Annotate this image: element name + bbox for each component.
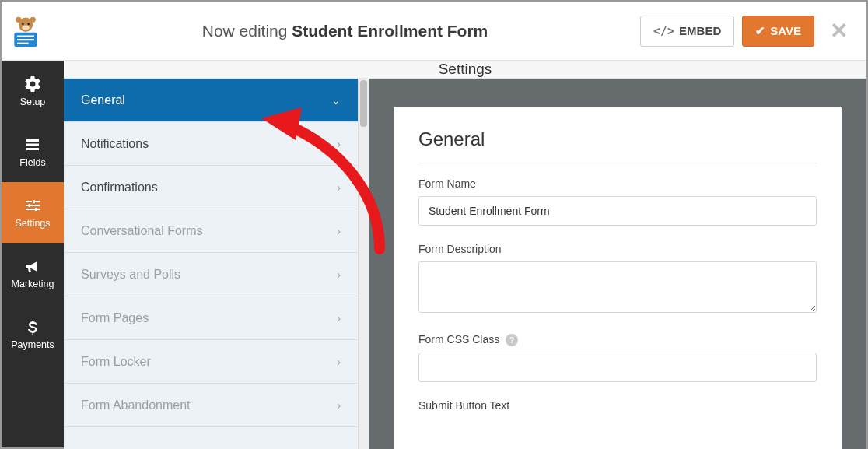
settings-nav-notifications[interactable]: Notifications › bbox=[64, 122, 358, 166]
editing-prefix: Now editing bbox=[202, 22, 292, 40]
rail-marketing[interactable]: Marketing bbox=[2, 243, 64, 303]
settings-nav-conversational-label: Conversational Forms bbox=[81, 224, 203, 238]
svg-point-3 bbox=[22, 23, 24, 25]
rail-fields[interactable]: Fields bbox=[2, 121, 64, 182]
rail-setup[interactable]: Setup bbox=[2, 61, 64, 121]
settings-nav-conversational[interactable]: Conversational Forms › bbox=[64, 209, 358, 253]
form-css-label: Form CSS Class ? bbox=[418, 333, 817, 346]
editing-title: Now editing Student Enrollment Form bbox=[50, 22, 640, 40]
form-description-field: Form Description bbox=[418, 243, 817, 316]
svg-point-5 bbox=[22, 25, 29, 30]
rail-payments[interactable]: Payments bbox=[2, 303, 64, 364]
rail-fields-label: Fields bbox=[19, 157, 45, 168]
left-rail: Setup Fields Settings Marketing Payments bbox=[2, 61, 64, 447]
rail-marketing-label: Marketing bbox=[12, 279, 54, 289]
form-name-label: Form Name bbox=[418, 177, 817, 190]
scrollbar-thumb[interactable] bbox=[360, 80, 367, 127]
general-settings-card: General Form Name Form Description Form … bbox=[394, 107, 842, 449]
form-name-field: Form Name bbox=[418, 177, 817, 226]
settings-nav-surveys-label: Surveys and Polls bbox=[81, 268, 180, 282]
save-button[interactable]: ✔ SAVE bbox=[742, 16, 814, 47]
rail-settings-label: Settings bbox=[15, 218, 50, 229]
page-title: Settings bbox=[64, 61, 866, 79]
chevron-right-icon: › bbox=[337, 138, 341, 150]
gear-icon bbox=[23, 75, 42, 93]
svg-point-1 bbox=[16, 16, 21, 22]
close-icon[interactable]: ✕ bbox=[822, 18, 856, 44]
form-css-field: Form CSS Class ? bbox=[418, 333, 817, 382]
settings-nav-notifications-label: Notifications bbox=[81, 137, 149, 151]
settings-nav: General ⌄ Notifications › Confirmations … bbox=[64, 79, 369, 449]
form-description-label: Form Description bbox=[418, 243, 817, 255]
rail-payments-label: Payments bbox=[11, 339, 54, 350]
embed-button[interactable]: </> EMBED bbox=[640, 16, 734, 47]
save-label: SAVE bbox=[770, 24, 801, 37]
chevron-right-icon: › bbox=[337, 181, 341, 194]
chevron-right-icon: › bbox=[337, 356, 341, 368]
rail-settings[interactable]: Settings bbox=[2, 182, 64, 243]
submit-button-text-label: Submit Button Text bbox=[418, 399, 817, 412]
svg-rect-9 bbox=[17, 42, 29, 44]
settings-nav-confirmations-label: Confirmations bbox=[81, 181, 158, 195]
chevron-right-icon: › bbox=[337, 312, 341, 324]
general-heading: General bbox=[418, 128, 817, 163]
settings-nav-formlocker-label: Form Locker bbox=[81, 355, 151, 369]
settings-nav-formabandon[interactable]: Form Abandonment › bbox=[64, 384, 358, 427]
settings-nav-surveys[interactable]: Surveys and Polls › bbox=[64, 253, 358, 296]
settings-nav-scrollbar[interactable] bbox=[358, 79, 369, 449]
submit-button-text-field: Submit Button Text bbox=[418, 399, 817, 412]
dollar-icon bbox=[23, 317, 42, 336]
list-icon bbox=[23, 135, 42, 154]
settings-nav-general[interactable]: General ⌄ bbox=[64, 79, 358, 122]
embed-label: EMBED bbox=[679, 24, 721, 37]
help-icon[interactable]: ? bbox=[506, 334, 518, 346]
form-name-input[interactable] bbox=[418, 196, 817, 226]
chevron-right-icon: › bbox=[337, 399, 341, 412]
form-css-input[interactable] bbox=[418, 353, 817, 382]
form-css-label-text: Form CSS Class bbox=[418, 333, 499, 346]
settings-nav-formabandon-label: Form Abandonment bbox=[81, 398, 191, 412]
top-actions: </> EMBED ✔ SAVE ✕ bbox=[640, 16, 866, 47]
settings-preview: General Form Name Form Description Form … bbox=[369, 79, 866, 449]
settings-nav-formlocker[interactable]: Form Locker › bbox=[64, 340, 358, 384]
app-logo bbox=[2, 14, 50, 48]
form-description-input[interactable] bbox=[418, 261, 817, 313]
code-icon: </> bbox=[653, 24, 674, 38]
svg-point-4 bbox=[27, 23, 30, 25]
svg-point-2 bbox=[30, 16, 36, 22]
rail-setup-label: Setup bbox=[20, 96, 46, 107]
svg-rect-8 bbox=[17, 39, 34, 40]
check-icon: ✔ bbox=[755, 24, 765, 38]
sliders-icon bbox=[23, 196, 42, 215]
svg-rect-7 bbox=[17, 35, 34, 37]
bullhorn-icon bbox=[23, 257, 42, 275]
chevron-right-icon: › bbox=[337, 268, 341, 281]
chevron-right-icon: › bbox=[337, 225, 341, 237]
form-title: Student Enrollment Form bbox=[292, 22, 488, 40]
settings-nav-general-label: General bbox=[81, 93, 125, 107]
chevron-down-icon: ⌄ bbox=[331, 94, 341, 107]
settings-nav-formpages-label: Form Pages bbox=[81, 311, 149, 325]
top-bar: Now editing Student Enrollment Form </> … bbox=[2, 2, 866, 61]
settings-nav-confirmations[interactable]: Confirmations › bbox=[64, 166, 358, 209]
settings-nav-formpages[interactable]: Form Pages › bbox=[64, 296, 358, 340]
